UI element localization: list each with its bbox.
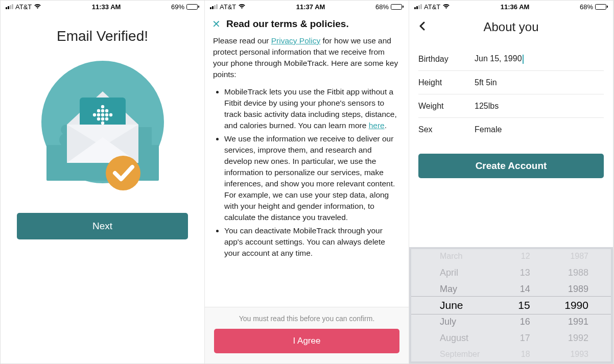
field-value: 125lbs	[475, 102, 499, 111]
terms-bullet: You can deactivate MobileTrack through y…	[224, 225, 400, 259]
page-title: Email Verified!	[1, 28, 204, 44]
picker-day-column[interactable]: 12 13 14 15 16 17 18	[499, 249, 544, 361]
picker-option[interactable]: 18	[521, 346, 530, 362]
next-button[interactable]: Next	[17, 213, 188, 239]
svg-point-18	[101, 122, 104, 125]
picker-year-column[interactable]: 1987 1988 1989 1990 1991 1992 1993	[544, 249, 611, 361]
svg-rect-4	[138, 127, 152, 148]
terms-footer: You must read this before you can confir…	[205, 307, 409, 363]
field-value: Jun 15, 1990	[475, 54, 524, 64]
svg-point-12	[101, 113, 104, 116]
weight-row[interactable]: Weight 125lbs	[418, 94, 604, 118]
battery-percent: 68%	[580, 3, 593, 11]
picker-option[interactable]: September	[440, 346, 480, 362]
status-bar: AT&T 11:36 AM 68%	[409, 1, 613, 13]
svg-point-11	[97, 113, 100, 116]
field-value: Female	[475, 125, 502, 134]
status-time: 11:37 AM	[296, 3, 325, 11]
battery-icon	[595, 4, 608, 10]
agree-button[interactable]: I Agree	[214, 329, 399, 353]
wifi-icon	[34, 3, 41, 11]
picker-option[interactable]: 1988	[568, 264, 588, 281]
field-value: 5ft 5in	[475, 78, 497, 87]
field-label: Birthday	[418, 55, 475, 64]
terms-body: Please read our Privacy Policy for how w…	[205, 32, 409, 259]
screen-email-verified: AT&T 11:33 AM 69% Email Verified!	[1, 1, 205, 363]
svg-point-9	[105, 109, 108, 112]
screen-terms: AT&T 11:37 AM 68% ✕ Read our terms & pol…	[205, 1, 409, 363]
svg-point-15	[97, 117, 100, 120]
battery-percent: 68%	[375, 3, 389, 11]
confirm-note: You must read this before you can confir…	[214, 314, 399, 323]
picker-option[interactable]: April	[440, 264, 458, 281]
privacy-policy-link[interactable]: Privacy Policy	[271, 36, 320, 45]
svg-point-16	[101, 117, 104, 120]
status-time: 11:33 AM	[92, 3, 121, 11]
terms-bullet: We use the information we receive to del…	[224, 133, 400, 223]
svg-point-8	[101, 109, 104, 112]
picker-option[interactable]: 12	[521, 248, 530, 264]
status-bar: AT&T 11:33 AM 69%	[1, 1, 204, 13]
picker-option[interactable]: May	[440, 281, 457, 297]
page-title: About you	[434, 20, 588, 34]
create-account-button[interactable]: Create Account	[418, 154, 604, 178]
svg-point-14	[109, 113, 112, 116]
picker-option[interactable]: 16	[520, 313, 530, 330]
learn-more-link[interactable]: here	[369, 121, 385, 130]
birthday-row[interactable]: Birthday Jun 15, 1990	[418, 47, 604, 71]
field-label: Height	[418, 78, 475, 87]
back-icon[interactable]	[418, 20, 434, 34]
sex-row[interactable]: Sex Female	[418, 118, 604, 141]
picker-option[interactable]: 14	[520, 281, 530, 297]
carrier-label: AT&T	[424, 3, 440, 11]
svg-point-7	[97, 109, 100, 112]
picker-option[interactable]: 1991	[568, 313, 588, 330]
page-title: Read our terms & policies.	[226, 18, 402, 30]
status-time: 11:36 AM	[501, 3, 530, 11]
signal-icon	[414, 4, 422, 9]
picker-option[interactable]: 1993	[570, 346, 588, 362]
picker-option[interactable]: August	[440, 330, 468, 346]
carrier-label: AT&T	[220, 3, 236, 11]
intro-text: Please read our	[213, 36, 271, 45]
picker-option[interactable]: July	[440, 313, 456, 330]
picker-option[interactable]: 1987	[570, 248, 588, 264]
text-cursor	[523, 55, 524, 64]
svg-point-6	[101, 105, 104, 108]
svg-point-10	[92, 113, 96, 116]
height-row[interactable]: Height 5ft 5in	[418, 71, 604, 94]
field-label: Weight	[418, 102, 475, 111]
signal-icon	[210, 4, 218, 9]
picker-month-column[interactable]: March April May June July August Septemb…	[411, 249, 499, 361]
svg-point-19	[106, 156, 140, 190]
battery-icon	[186, 4, 199, 10]
svg-point-17	[105, 117, 108, 120]
envelope-illustration	[1, 56, 204, 199]
wifi-icon	[442, 3, 450, 11]
profile-form: Birthday Jun 15, 1990 Height 5ft 5in Wei…	[418, 47, 604, 141]
svg-point-13	[105, 113, 108, 116]
status-bar: AT&T 11:37 AM 68%	[205, 1, 409, 13]
picker-option[interactable]: 1992	[568, 330, 588, 346]
picker-option[interactable]: 17	[520, 330, 530, 346]
picker-option[interactable]: March	[440, 248, 462, 264]
date-picker[interactable]: March April May June July August Septemb…	[409, 247, 613, 363]
picker-option-selected[interactable]: June	[440, 297, 463, 313]
battery-icon	[391, 4, 404, 10]
carrier-label: AT&T	[15, 3, 32, 11]
battery-percent: 69%	[171, 3, 184, 11]
signal-icon	[6, 4, 13, 9]
terms-bullet: MobileTrack lets you use the Fitbit app …	[224, 86, 400, 131]
screen-about-you: AT&T 11:36 AM 68% About you Birthday Jun…	[409, 1, 613, 363]
wifi-icon	[238, 3, 246, 11]
picker-option[interactable]: 1989	[568, 281, 588, 297]
field-label: Sex	[418, 125, 475, 134]
close-icon[interactable]: ✕	[212, 18, 226, 30]
picker-option[interactable]: 13	[520, 264, 530, 281]
picker-option-selected[interactable]: 15	[518, 297, 530, 313]
picker-option-selected[interactable]: 1990	[564, 297, 588, 313]
